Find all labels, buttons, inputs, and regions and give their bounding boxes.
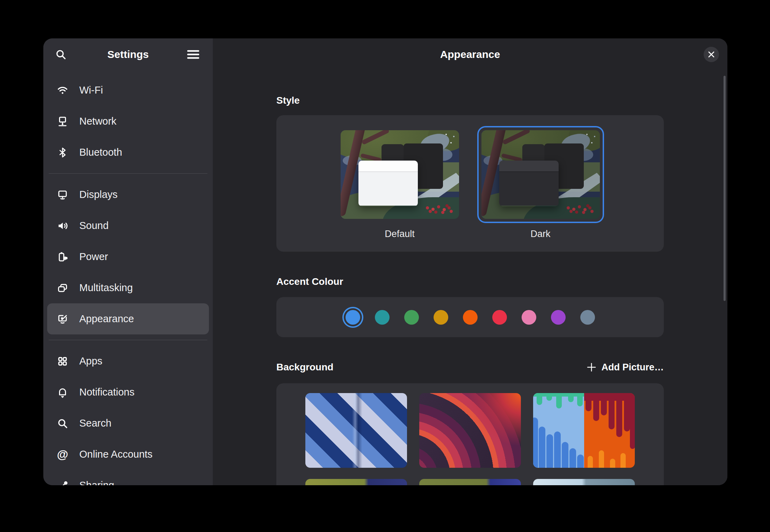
settings-window: Settings Wi-Fi <box>43 38 727 485</box>
style-heading: Style <box>276 94 664 108</box>
main-header: Appearance <box>213 38 727 71</box>
accent-card <box>276 297 664 337</box>
sidebar-item-wifi[interactable]: Wi-Fi <box>47 75 209 106</box>
accent-swatch-yellow[interactable] <box>434 310 448 325</box>
multitasking-icon <box>56 282 69 294</box>
sidebar-item-notifications[interactable]: Notifications <box>47 377 209 408</box>
plus-icon <box>587 362 596 372</box>
sidebar-item-sharing[interactable]: Sharing <box>47 470 209 485</box>
sidebar-item-appearance[interactable]: Appearance <box>47 303 209 334</box>
page-title: Appearance <box>440 49 500 60</box>
wallpaper-thumb-blue-cubes[interactable] <box>305 393 407 468</box>
wallpaper-thumb-pale-blue[interactable] <box>533 479 635 485</box>
style-option-label: Dark <box>530 229 550 239</box>
style-preview-default <box>336 126 463 223</box>
sidebar-item-label: Sound <box>79 220 109 231</box>
sidebar-item-label: Search <box>79 418 111 429</box>
sidebar-separator <box>49 340 208 340</box>
scrollbar[interactable] <box>724 76 726 301</box>
sidebar: Settings Wi-Fi <box>43 38 213 485</box>
sidebar-item-search[interactable]: Search <box>47 408 209 439</box>
sidebar-item-label: Appearance <box>79 313 134 325</box>
sidebar-item-label: Notifications <box>79 386 135 398</box>
sidebar-item-multitasking[interactable]: Multitasking <box>47 272 209 303</box>
wallpaper-thumb-drips[interactable] <box>533 393 635 468</box>
sidebar-header: Settings <box>43 38 213 71</box>
sidebar-item-bluetooth[interactable]: Bluetooth <box>47 137 209 168</box>
hamburger-menu-icon[interactable] <box>183 45 203 64</box>
sidebar-item-label: Sharing <box>79 480 114 485</box>
accent-swatch-blue[interactable] <box>346 310 360 325</box>
add-picture-button[interactable]: Add Picture… <box>587 362 664 373</box>
network-icon <box>56 115 69 128</box>
close-button[interactable] <box>704 47 719 62</box>
power-icon <box>56 251 69 263</box>
sidebar-separator <box>49 173 208 174</box>
sidebar-item-online-accounts[interactable]: @ Online Accounts <box>47 439 209 470</box>
appearance-content: Style <box>213 71 727 485</box>
sidebar-item-label: Apps <box>79 355 102 367</box>
sidebar-item-label: Online Accounts <box>79 449 153 460</box>
background-card <box>276 383 664 485</box>
style-option-dark[interactable]: Dark <box>477 126 604 252</box>
background-heading: Background <box>276 360 333 374</box>
sidebar-item-displays[interactable]: Displays <box>47 179 209 210</box>
apps-icon <box>56 355 69 368</box>
style-option-default[interactable]: Default <box>336 126 463 252</box>
sidebar-nav: Wi-Fi Network Bluetooth <box>43 71 213 485</box>
online-accounts-icon: @ <box>56 448 69 461</box>
sidebar-item-apps[interactable]: Apps <box>47 346 209 377</box>
dark-window-mockup <box>499 161 559 206</box>
accent-swatch-purple[interactable] <box>551 310 566 325</box>
appearance-icon <box>56 313 69 325</box>
sharing-icon <box>56 479 69 486</box>
accent-swatch-slate[interactable] <box>580 310 595 325</box>
style-card: Default <box>276 115 664 252</box>
accent-swatch-pink[interactable] <box>522 310 536 325</box>
sidebar-item-label: Wi-Fi <box>79 84 103 96</box>
sidebar-item-network[interactable]: Network <box>47 106 209 137</box>
main-panel: Appearance Style <box>213 38 727 485</box>
displays-icon <box>56 189 69 201</box>
accent-heading: Accent Colour <box>276 275 664 289</box>
style-option-label: Default <box>385 229 415 239</box>
sidebar-item-label: Network <box>79 116 116 127</box>
light-window-mockup <box>358 161 418 206</box>
wallpaper-thumb-dark-waves[interactable] <box>419 393 521 468</box>
accent-swatch-red[interactable] <box>492 310 507 325</box>
sidebar-item-label: Power <box>79 251 108 263</box>
add-picture-label: Add Picture… <box>601 362 664 373</box>
accent-swatch-green[interactable] <box>404 310 419 325</box>
sidebar-item-label: Bluetooth <box>79 147 122 158</box>
sidebar-item-label: Multitasking <box>79 282 133 294</box>
accent-swatch-teal[interactable] <box>375 310 390 325</box>
search-item-icon <box>56 417 69 430</box>
sidebar-item-sound[interactable]: Sound <box>47 210 209 241</box>
sidebar-item-power[interactable]: Power <box>47 241 209 272</box>
wallpaper-thumb-olive-navy[interactable] <box>305 479 407 485</box>
sound-icon <box>56 220 69 232</box>
wallpaper-thumb-green-navy[interactable] <box>419 479 521 485</box>
wifi-icon <box>56 84 69 97</box>
sidebar-item-label: Displays <box>79 189 118 200</box>
accent-swatch-orange[interactable] <box>463 310 478 325</box>
bluetooth-icon <box>56 146 69 159</box>
notifications-icon <box>56 386 69 399</box>
style-preview-dark-selected <box>477 126 604 223</box>
